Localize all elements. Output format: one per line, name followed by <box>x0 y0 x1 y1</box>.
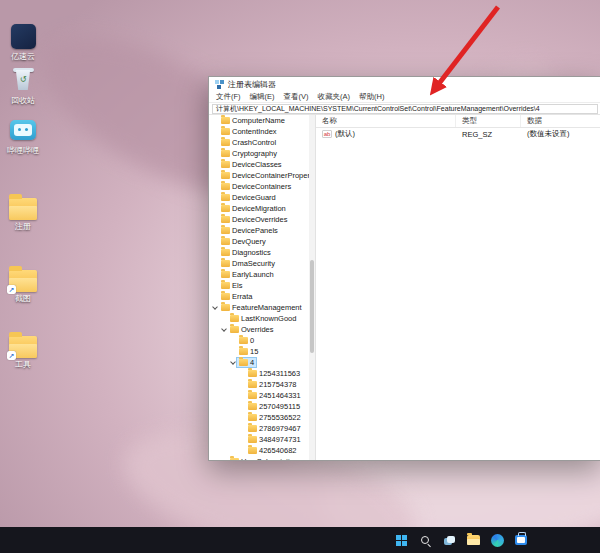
tree-item-body: DeviceGuard <box>219 193 278 202</box>
column-header-data[interactable]: 数据 <box>521 115 600 127</box>
tree-item-Els[interactable]: Els <box>209 280 309 291</box>
tree-item-2451464331[interactable]: 2451464331 <box>209 390 309 401</box>
tree-item-label: DevicePanels <box>232 226 278 235</box>
folder-icon <box>9 192 37 220</box>
tree-item-DeviceClasses[interactable]: DeviceClasses <box>209 159 309 170</box>
tree-item-DeviceMigration[interactable]: DeviceMigration <box>209 203 309 214</box>
menu-edit[interactable]: 编辑(E) <box>250 92 275 102</box>
value-type-cell: REG_SZ <box>456 130 521 139</box>
store-button[interactable] <box>512 531 530 549</box>
tree-item-Diagnostics[interactable]: Diagnostics <box>209 247 309 258</box>
tree-item-CrashControl[interactable]: CrashControl <box>209 137 309 148</box>
regedit-icon <box>215 80 224 89</box>
chevron-spacer <box>239 425 246 432</box>
chevron-spacer <box>239 414 246 421</box>
desktop-icon-app[interactable]: 亿速云 <box>0 22 46 61</box>
tree-item-2570495115[interactable]: 2570495115 <box>209 401 309 412</box>
desktop-icon-recycle-bin[interactable]: ↺ 回收站 <box>0 66 46 105</box>
tree-item-label: 0 <box>250 336 254 345</box>
menu-help[interactable]: 帮助(H) <box>359 92 384 102</box>
tree-item-Overrides[interactable]: Overrides <box>209 324 309 335</box>
scrollbar-thumb[interactable] <box>310 260 314 353</box>
tree-scrollbar[interactable] <box>309 115 315 460</box>
desktop-icon-folder-2[interactable]: ↗ 截图 <box>0 264 46 303</box>
folder-icon <box>248 414 257 421</box>
tree-item-1254311563[interactable]: 1254311563 <box>209 368 309 379</box>
tree-item-label: DeviceOverrides <box>232 215 287 224</box>
folder-icon <box>248 392 257 399</box>
tree-item-2786979467[interactable]: 2786979467 <box>209 423 309 434</box>
tree-item-ComputerName[interactable]: ComputerName <box>209 115 309 126</box>
chevron-spacer <box>212 282 219 289</box>
tree-item-DeviceContainers[interactable]: DeviceContainers <box>209 181 309 192</box>
chevron-down-icon[interactable] <box>230 359 237 366</box>
tree-item-body: UserSubscriptions <box>228 457 304 460</box>
column-header-type[interactable]: 类型 <box>456 115 521 127</box>
tree-item-0[interactable]: 0 <box>209 335 309 346</box>
tree-item-ContentIndex[interactable]: ContentIndex <box>209 126 309 137</box>
chevron-down-icon[interactable] <box>212 304 219 311</box>
tree-item-label: 2570495115 <box>259 402 300 411</box>
tree-item-Errata[interactable]: Errata <box>209 291 309 302</box>
address-text: 计算机\HKEY_LOCAL_MACHINE\SYSTEM\CurrentCon… <box>216 104 540 114</box>
tree-item-EarlyLaunch[interactable]: EarlyLaunch <box>209 269 309 280</box>
tree-item-DmaSecurity[interactable]: DmaSecurity <box>209 258 309 269</box>
chevron-spacer <box>212 128 219 135</box>
tree-item-label: 3484974731 <box>259 435 301 444</box>
tree-item-label: CrashControl <box>232 138 276 147</box>
tree-pane: ComputerNameContentIndexCrashControlCryp… <box>209 115 316 460</box>
tree-item-label: DeviceMigration <box>232 204 286 213</box>
tree-item-4[interactable]: 4 <box>209 357 309 368</box>
chevron-spacer <box>212 117 219 124</box>
titlebar[interactable]: 注册表编辑器 <box>209 77 600 92</box>
tree-item-3484974731[interactable]: 3484974731 <box>209 434 309 445</box>
chevron-spacer <box>212 150 219 157</box>
folder-icon <box>248 447 257 454</box>
desktop-icon-folder-1[interactable]: 注册 <box>0 192 46 231</box>
tree-item-426540682[interactable]: 426540682 <box>209 445 309 456</box>
chevron-spacer <box>212 205 219 212</box>
task-view-icon <box>444 536 455 545</box>
tree-item-15[interactable]: 15 <box>209 346 309 357</box>
tree-item-DevQuery[interactable]: DevQuery <box>209 236 309 247</box>
tree-item-body: ContentIndex <box>219 127 279 136</box>
tree-item-body: DevQuery <box>219 237 268 246</box>
address-input[interactable]: 计算机\HKEY_LOCAL_MACHINE\SYSTEM\CurrentCon… <box>212 104 598 114</box>
menu-file[interactable]: 文件(F) <box>216 92 241 102</box>
task-view-button[interactable] <box>440 531 458 549</box>
tree-item-FeatureManagement[interactable]: FeatureManagement <box>209 302 309 313</box>
tree-item-DeviceContainerPropertyUpda[interactable]: DeviceContainerPropertyUpda <box>209 170 309 181</box>
tree-item-215754378[interactable]: 215754378 <box>209 379 309 390</box>
tree-item-body: 0 <box>237 336 256 345</box>
tree-item-2755536522[interactable]: 2755536522 <box>209 412 309 423</box>
tree-item-body: DeviceContainers <box>219 182 293 191</box>
menu-view[interactable]: 查看(V) <box>284 92 309 102</box>
shortcut-arrow-icon: ↗ <box>7 351 16 360</box>
tree-item-DeviceGuard[interactable]: DeviceGuard <box>209 192 309 203</box>
folder-icon <box>221 271 230 278</box>
chevron-down-icon[interactable] <box>221 326 228 333</box>
desktop-icon-folder-3[interactable]: ↗ 工具 <box>0 330 46 369</box>
address-bar-row: 计算机\HKEY_LOCAL_MACHINE\SYSTEM\CurrentCon… <box>209 103 600 115</box>
edge-icon <box>491 534 504 547</box>
values-rows: ab(默认)REG_SZ(数值未设置) <box>316 128 600 140</box>
search-icon <box>421 536 429 544</box>
file-explorer-button[interactable] <box>464 531 482 549</box>
menu-favorites[interactable]: 收藏夹(A) <box>318 92 351 102</box>
search-button[interactable] <box>416 531 434 549</box>
start-button[interactable] <box>392 531 410 549</box>
chevron-spacer <box>212 139 219 146</box>
desktop-icon-bilibili[interactable]: 哔哩哔哩 <box>0 116 46 155</box>
folder-icon <box>221 194 230 201</box>
tree-item-DeviceOverrides[interactable]: DeviceOverrides <box>209 214 309 225</box>
value-row[interactable]: ab(默认)REG_SZ(数值未设置) <box>316 128 600 140</box>
tree-item-label: DmaSecurity <box>232 259 275 268</box>
chevron-spacer <box>212 260 219 267</box>
tree-item-UserSubscriptions[interactable]: UserSubscriptions <box>209 456 309 460</box>
tree-item-DevicePanels[interactable]: DevicePanels <box>209 225 309 236</box>
tree-item-label: DeviceContainers <box>232 182 291 191</box>
column-header-name[interactable]: 名称 <box>316 115 456 127</box>
edge-button[interactable] <box>488 531 506 549</box>
tree-item-LastKnownGood[interactable]: LastKnownGood <box>209 313 309 324</box>
tree-item-Cryptography[interactable]: Cryptography <box>209 148 309 159</box>
